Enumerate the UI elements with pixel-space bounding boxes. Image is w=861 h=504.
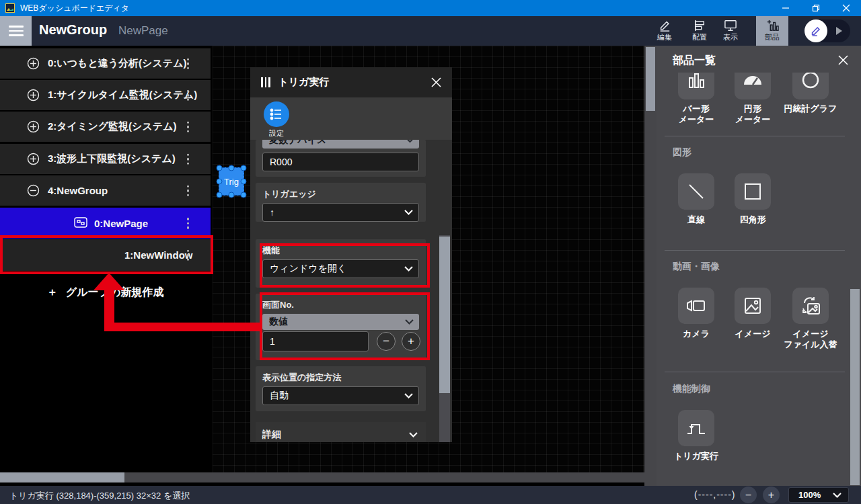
tree-item-newpage[interactable]: 0:NewPage [0, 208, 211, 239]
part-line[interactable] [678, 173, 714, 210]
variable-device-section: 変数デバイス R000 [256, 140, 426, 177]
selection-handle[interactable] [241, 165, 247, 171]
part-bar-meter[interactable] [678, 73, 714, 99]
app-logo-icon [5, 3, 15, 13]
chevron-down-icon [406, 140, 414, 143]
section-divider [665, 372, 845, 372]
section-title-media: 動画・画像 [673, 261, 720, 273]
chevron-down-icon [404, 393, 413, 398]
details-expander[interactable]: 詳細 [256, 422, 426, 442]
annotation-box-screen-no [260, 292, 430, 360]
dialog-scroll-area[interactable]: 変数デバイス R000 トリガエッジ ↑ 機能 [250, 140, 452, 442]
settings-list-icon [270, 108, 283, 120]
item-menu-button[interactable] [187, 121, 190, 132]
trigger-widget[interactable]: Trig [219, 167, 244, 196]
cursor-coordinates: (----,----) [694, 489, 736, 500]
zoom-level-select[interactable]: 100% [788, 487, 849, 503]
annotation-box-newwindow [0, 235, 213, 274]
tree-item-group4[interactable]: 4:NewGroup [0, 175, 211, 206]
donut-chart-icon [799, 73, 822, 93]
part-circle-meter[interactable] [735, 73, 771, 99]
expand-plus-icon[interactable] [27, 153, 40, 165]
menu-button[interactable] [0, 16, 32, 46]
item-menu-button[interactable] [187, 153, 190, 165]
tab-view[interactable]: 表示 [714, 16, 747, 46]
trigger-widget-label: Trig [224, 177, 239, 187]
parts-scroll-area[interactable]: バー形 メーター 円形 メーター 円統計グラフ 図形 直線 四角形 動画・画像 [657, 73, 861, 486]
selection-handle[interactable] [229, 165, 235, 171]
drag-handle-icon[interactable] [261, 77, 270, 87]
selection-handle[interactable] [217, 179, 223, 185]
part-image[interactable] [735, 288, 771, 324]
scrollbar-thumb[interactable] [646, 47, 655, 111]
selection-handle[interactable] [241, 179, 247, 185]
circle-meter-icon [741, 73, 764, 93]
pencil-icon [658, 19, 671, 32]
zoom-in-button[interactable]: + [763, 487, 780, 503]
edit-mode-knob[interactable] [804, 19, 827, 42]
close-button[interactable] [831, 0, 861, 16]
pencil-icon [810, 25, 822, 37]
tab-parts[interactable]: 部品 [756, 16, 788, 46]
item-menu-button[interactable] [187, 218, 190, 229]
close-icon [431, 77, 441, 87]
section-divider [665, 136, 845, 136]
dialog-scrollbar[interactable] [439, 235, 450, 442]
section-title-function-control: 機能制御 [673, 383, 710, 395]
run-mode-button[interactable] [827, 26, 850, 36]
plus-icon: ＋ [47, 286, 58, 300]
page-name: NewPage [118, 24, 168, 38]
item-menu-button[interactable] [187, 89, 190, 101]
part-trigger-exec[interactable] [678, 410, 714, 446]
chevron-down-icon [404, 210, 413, 215]
device-value-input[interactable]: R000 [262, 153, 419, 171]
selection-handle[interactable] [217, 192, 223, 198]
part-rectangle[interactable] [735, 173, 771, 210]
minimize-icon [782, 4, 790, 12]
scrollbar-thumb[interactable] [439, 237, 450, 393]
expand-plus-icon[interactable] [27, 89, 40, 101]
tab-arrange[interactable]: 配置 [683, 16, 716, 46]
trigger-edge-section: トリガエッジ ↑ [256, 183, 426, 222]
tree-item-group1[interactable]: 1:サイクルタイム監視(システム) [0, 80, 211, 110]
dialog-close-button[interactable] [426, 73, 445, 91]
zoom-out-button[interactable]: − [740, 487, 757, 503]
tab-edit[interactable]: 編集 [648, 16, 681, 46]
panel-close-button[interactable] [834, 51, 852, 69]
status-bar: トリガ実行 (328,184)-(359,215) 32×32 を選択 (---… [0, 486, 861, 504]
display-position-dropdown[interactable]: 自動 [262, 386, 419, 405]
annotation-box-function [260, 243, 430, 288]
expand-plus-icon[interactable] [27, 57, 40, 70]
tree-item-group0[interactable]: 0:いつもと違う分析(システム) [0, 48, 211, 79]
canvas-vertical-scrollbar[interactable] [644, 46, 657, 486]
part-donut-chart[interactable] [792, 73, 829, 99]
line-icon [686, 181, 706, 202]
edit-run-toggle[interactable] [804, 19, 850, 42]
close-icon [838, 55, 848, 65]
part-image-swap[interactable] [792, 288, 829, 324]
expand-plus-icon[interactable] [27, 120, 40, 133]
close-icon [842, 4, 850, 12]
minimize-button[interactable] [770, 0, 800, 16]
section-divider [665, 250, 845, 251]
part-camera[interactable] [678, 288, 714, 324]
selection-handle[interactable] [241, 192, 247, 198]
trigger-edge-dropdown[interactable]: ↑ [262, 203, 419, 222]
tab-settings[interactable]: 設定 [261, 101, 292, 138]
display-position-label: 表示位置の指定方法 [256, 366, 426, 386]
dialog-header[interactable]: トリガ実行 [250, 67, 452, 97]
tree-item-group2[interactable]: 2:タイミング監視(システム) [0, 112, 211, 142]
trigger-pulse-icon [685, 419, 707, 437]
selection-status: トリガ実行 (328,184)-(359,215) 32×32 を選択 [9, 490, 190, 502]
restore-button[interactable] [800, 0, 831, 16]
item-menu-button[interactable] [187, 185, 190, 196]
collapse-minus-icon[interactable] [27, 184, 40, 197]
item-menu-button[interactable] [187, 58, 190, 69]
selection-handle[interactable] [229, 192, 235, 198]
tree-item-group3[interactable]: 3:波形上下限監視(システム) [0, 144, 211, 174]
window-title: WEBダッシュボードエディタ [20, 3, 129, 14]
selection-handle[interactable] [217, 165, 223, 171]
play-icon [834, 26, 844, 36]
panel-scrollbar-thumb[interactable] [850, 289, 860, 485]
variable-device-selector[interactable]: 変数デバイス [262, 140, 419, 149]
